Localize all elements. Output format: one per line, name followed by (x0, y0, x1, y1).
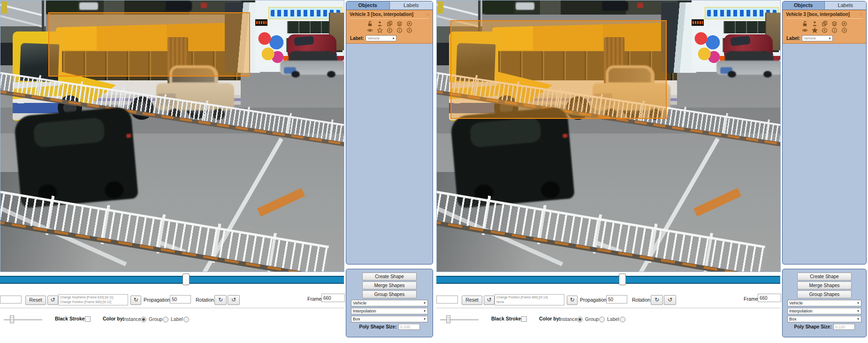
shape-type-value: Box (789, 317, 797, 321)
label-type-select[interactable]: Vehicle ▼ (787, 300, 861, 306)
layers-icon[interactable] (831, 21, 838, 27)
black-stroke-label: Black Stroke: (55, 316, 86, 321)
lock-icon[interactable] (802, 21, 808, 27)
occluded-icon[interactable] (812, 21, 818, 27)
annotation-mode-select[interactable]: Interpolation ▼ (787, 308, 861, 314)
keyframe-star-icon[interactable] (377, 27, 383, 33)
objects-sidebar: Objects Labels Vehicle 3 [box, interpola… (782, 1, 867, 265)
black-stroke-checkbox[interactable] (85, 316, 91, 322)
black-stroke-checkbox[interactable] (521, 316, 527, 322)
rotate-clockwise-icon[interactable]: ↻ (214, 295, 227, 305)
shape-type-select[interactable]: Box ▼ (351, 316, 428, 322)
merge-shapes-button[interactable]: Merge Shapes (362, 281, 417, 289)
appearance-slider-handle[interactable] (10, 315, 14, 323)
close-icon[interactable]: × (426, 12, 429, 17)
tab-labels[interactable]: Labels (390, 1, 433, 9)
chevron-down-icon: ▼ (829, 37, 831, 40)
filter-input[interactable] (0, 296, 22, 304)
create-shape-button[interactable]: Create Shape (362, 273, 417, 281)
rotate-counterclockwise-icon[interactable]: ↺ (228, 295, 240, 305)
object-icon-row (783, 27, 866, 33)
player-progress-handle[interactable] (619, 273, 626, 285)
redo-icon[interactable]: ↻ (567, 296, 578, 305)
object-icon-row (783, 20, 866, 27)
color-by-group-radio[interactable] (599, 317, 605, 322)
poly-shape-size-input[interactable] (398, 324, 420, 330)
background-red-detail (637, 3, 643, 8)
color-by-instance-radio[interactable] (577, 317, 583, 322)
prev-keyframe-icon[interactable] (387, 27, 393, 33)
object-label-select[interactable]: Vehicle ▼ (802, 35, 833, 41)
annotation-canvas[interactable] (0, 0, 344, 272)
chevron-down-icon: ▼ (857, 310, 860, 312)
annotation-canvas[interactable] (436, 0, 781, 272)
frame-number-input[interactable] (321, 294, 345, 302)
vehicle-bounding-box[interactable] (450, 20, 667, 119)
object-card[interactable]: Vehicle 3 [box, interpolation] × Label: (783, 10, 866, 44)
merge-shapes-button[interactable]: Merge Shapes (797, 281, 852, 289)
create-shape-button[interactable]: Create Shape (797, 273, 852, 281)
reset-button[interactable]: Reset (25, 296, 46, 305)
visibility-eye-icon[interactable] (367, 27, 373, 33)
object-title: Vehicle 3 [box, interpolation] (786, 12, 850, 17)
tab-labels[interactable]: Labels (825, 1, 867, 9)
redo-icon[interactable]: ↻ (130, 296, 141, 305)
close-icon[interactable]: × (859, 12, 863, 17)
rotate-clockwise-icon[interactable]: ↻ (651, 295, 663, 305)
history-line: Change Keyframe [Frame 630] [Id 11] (60, 295, 126, 300)
info-icon[interactable] (831, 27, 838, 33)
player-progress-track[interactable] (436, 276, 780, 284)
poly-shape-size-label: Poly Shape Size: (359, 324, 396, 329)
undo-icon[interactable]: ↺ (47, 296, 58, 305)
visibility-eye-icon[interactable] (802, 27, 808, 33)
next-keyframe-icon[interactable] (406, 27, 412, 33)
color-by-group-radio[interactable] (163, 317, 168, 322)
suv-taillight (126, 134, 131, 138)
appearance-slider-handle[interactable] (446, 315, 450, 323)
object-card[interactable]: Vehicle 3 [box, interpolation] × Label: (346, 10, 433, 44)
lock-icon[interactable] (367, 21, 373, 27)
color-by-label-radio[interactable] (183, 317, 189, 322)
group-shapes-button[interactable]: Group Shapes (362, 290, 417, 298)
player-progress-handle[interactable] (183, 273, 190, 285)
label-type-select[interactable]: Vehicle ▼ (351, 300, 428, 306)
layers-icon[interactable] (396, 21, 403, 27)
frame-number-input[interactable] (758, 294, 781, 302)
shape-type-select[interactable]: Box ▼ (787, 316, 861, 322)
reset-button[interactable]: Reset (462, 296, 482, 305)
occluded-icon[interactable] (377, 21, 383, 27)
object-label-select[interactable]: Vehicle ▼ (365, 35, 396, 41)
undo-icon[interactable]: ↺ (484, 296, 495, 305)
color-by-label-radio[interactable] (620, 317, 625, 322)
gray-car-wheel (728, 71, 736, 78)
rotation-label: Rotation (632, 297, 650, 303)
copy-icon[interactable] (822, 21, 828, 27)
poly-shape-size-input[interactable] (833, 324, 855, 330)
keyframe-star-icon[interactable] (812, 27, 818, 33)
filter-input[interactable] (436, 296, 458, 304)
chevron-down-icon: ▼ (857, 302, 860, 304)
color-by-label-label: Label (171, 316, 183, 322)
target-icon[interactable] (406, 21, 412, 27)
group-shapes-button[interactable]: Group Shapes (797, 290, 852, 298)
copy-icon[interactable] (387, 21, 393, 27)
divider (350, 18, 429, 19)
background-car-white (516, 2, 534, 10)
propagation-input[interactable] (170, 295, 191, 304)
player-progress-track[interactable] (0, 276, 344, 284)
background-tree (481, 0, 514, 14)
info-icon[interactable] (396, 27, 403, 33)
vehicle-bounding-box[interactable] (48, 12, 250, 77)
tab-objects[interactable]: Objects (783, 1, 825, 9)
history-line: Change Position [Frame 660] [Id 14] (496, 295, 563, 300)
annotation-mode-select[interactable]: Interpolation ▼ (351, 308, 428, 314)
color-by-instance-radio[interactable] (141, 317, 146, 322)
target-icon[interactable] (841, 21, 847, 27)
propagation-input[interactable] (606, 295, 627, 304)
next-keyframe-icon[interactable] (841, 27, 847, 33)
tab-objects[interactable]: Objects (346, 1, 390, 9)
black-stroke-label: Black Stroke: (491, 316, 523, 321)
prev-keyframe-icon[interactable] (822, 27, 828, 33)
rotate-counterclockwise-icon[interactable]: ↺ (664, 295, 676, 305)
gray-car-wheel (763, 71, 772, 78)
